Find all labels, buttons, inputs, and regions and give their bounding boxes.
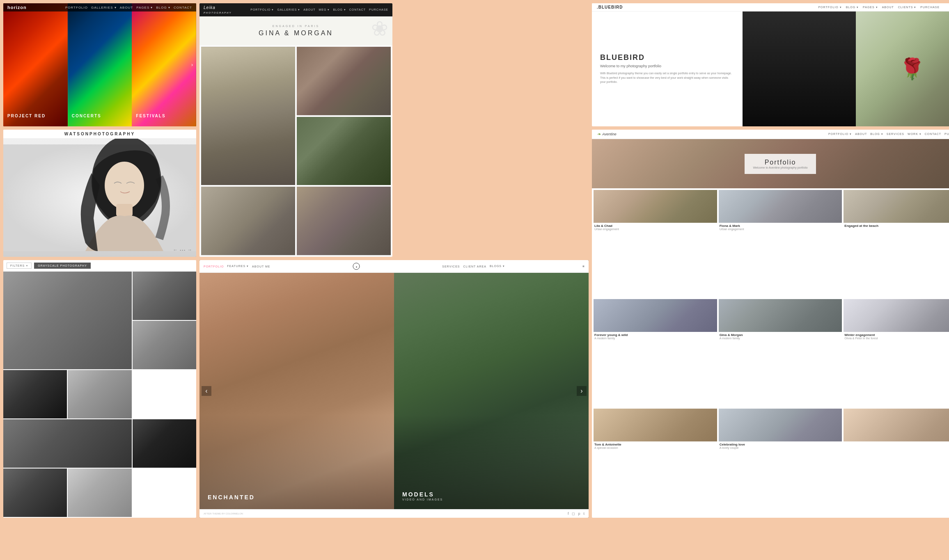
- aventine-nav-contact[interactable]: CONTACT: [925, 133, 941, 136]
- enchanted-nav-services[interactable]: SERVICES: [442, 265, 460, 268]
- av-item-lila[interactable]: Lila & Chad Urban engagement: [594, 190, 717, 297]
- gina-photo-woods[interactable]: [297, 117, 391, 185]
- enchanted-nav-about[interactable]: ABOUT ME: [252, 265, 270, 268]
- woods-image: [297, 117, 391, 185]
- bluebird-hero-text: BLUEBIRD Welcome to my photography portf…: [592, 11, 743, 126]
- horizon-nav-galleries[interactable]: GALLERIES ▾: [91, 6, 117, 9]
- gina-panel: Leika PHOTOGRAPHY PORTFOLIO ▾ GALLERIES …: [199, 3, 392, 257]
- slider-next-button[interactable]: ›: [577, 386, 587, 396]
- engaged-beach-image: [844, 190, 949, 223]
- gina-nav-purchase[interactable]: PURCHASE: [369, 8, 388, 11]
- gina-photo-lying[interactable]: [201, 187, 295, 255]
- gina-nav-galleries[interactable]: GALLERIES ▾: [277, 8, 300, 11]
- gina-photo-standing[interactable]: [297, 187, 391, 255]
- av-item-fiona[interactable]: Fiona & Mark Urban engagement: [719, 190, 842, 297]
- next-arrow-icon[interactable]: ›: [191, 62, 193, 68]
- slider-prev-button[interactable]: ‹: [202, 386, 211, 396]
- winter-name: Winter engagement: [844, 333, 949, 337]
- tom-sub: A special occasion: [594, 446, 716, 449]
- gina-nav-blog[interactable]: BLOG ▾: [333, 8, 346, 11]
- bluebird-nav-pages[interactable]: PAGES ▾: [863, 6, 878, 9]
- gina-logo: Leika PHOTOGRAPHY: [204, 5, 232, 14]
- next-arrow-icon[interactable]: →: [187, 247, 192, 253]
- av-item-last[interactable]: [844, 409, 949, 516]
- mosaic-cell-3[interactable]: [133, 321, 196, 369]
- gina-nav-portfolio[interactable]: PORTFOLIO ▾: [250, 8, 274, 11]
- slide-models[interactable]: MODELS VIDEO AND IMAGES: [394, 273, 589, 509]
- mosaic-cell-8[interactable]: [3, 469, 67, 517]
- bluebird-nav-blog[interactable]: BLOG ▾: [846, 6, 859, 9]
- prev-arrow-icon[interactable]: ←: [173, 247, 178, 253]
- av-photo-lila: [594, 190, 717, 223]
- av-item-celebrating[interactable]: Celebrating love A lovely couple: [719, 409, 842, 516]
- bluebird-nav-links: PORTFOLIO ▾ BLOG ▾ PAGES ▾ ABOUT CLIENTS…: [818, 6, 940, 9]
- aventine-nav-about[interactable]: ABOUT: [855, 133, 867, 136]
- mosaic-cell-6[interactable]: [3, 419, 132, 468]
- bw-photo-7: [133, 419, 196, 468]
- aventine-nav-purchase[interactable]: PURCHASE: [944, 133, 949, 136]
- enchanted-nav-portfolio[interactable]: PORTFOLIO: [204, 265, 224, 268]
- mosaic-cell-9[interactable]: [68, 469, 131, 517]
- woman-portrait-image: [3, 139, 196, 257]
- mosaic-cell-2[interactable]: [133, 272, 196, 320]
- enchanted-social-ig[interactable]: ◻: [572, 512, 575, 516]
- gina-photo-paris[interactable]: [201, 47, 295, 185]
- horizon-nav-pages[interactable]: PAGES ▾: [136, 6, 153, 9]
- mosaic-cell-7[interactable]: [133, 419, 196, 468]
- enchanted-nav-blogs[interactable]: BLOGS ▾: [490, 265, 505, 268]
- aventine-portfolio-card: Portfolio Welcome to Aventine photograph…: [745, 154, 816, 174]
- gina-photo-couple1[interactable]: [297, 47, 391, 115]
- aventine-nav-blog[interactable]: BLOG ▾: [870, 133, 883, 136]
- aventine-nav-services[interactable]: SERVICES: [887, 133, 904, 136]
- aventine-nav-portfolio[interactable]: PORTFOLIO ▾: [828, 133, 852, 136]
- enchanted-nav-icon[interactable]: ≡: [582, 265, 585, 268]
- horizon-nav-portfolio[interactable]: PORTFOLIO: [65, 6, 88, 9]
- aventine-nav-work[interactable]: WORK ▾: [908, 133, 921, 136]
- celebrating-sub: A lovely couple: [720, 446, 841, 449]
- gina-nav-about[interactable]: ABOUT: [303, 8, 315, 11]
- av-item-winter[interactable]: Winter engagement Olivia & Peter in the …: [844, 299, 949, 407]
- enchanted-social-p[interactable]: p: [578, 512, 580, 516]
- festival-bg-image: [132, 3, 196, 126]
- av-item-forever[interactable]: Forever young & wild A modern family: [594, 299, 717, 407]
- horizon-nav-about[interactable]: ABOUT: [120, 6, 133, 9]
- lila-name: Lila & Chad: [594, 224, 716, 228]
- fiona-image: [719, 190, 842, 223]
- gina-logo-sub: PHOTOGRAPHY: [204, 11, 232, 14]
- fiona-sub: Urban engagement: [720, 228, 841, 231]
- enchanted-nav-client[interactable]: CLIENT AREA: [463, 265, 486, 268]
- enchanted-social-t[interactable]: t: [583, 512, 585, 516]
- filters-button[interactable]: FILTERS ≡: [7, 263, 32, 269]
- enchanted-logo-area: ✦: [348, 262, 364, 270]
- mosaic-cell-1[interactable]: [3, 272, 132, 369]
- slide-enchanted[interactable]: ENCHANTED: [199, 273, 394, 509]
- gina-nav-contact[interactable]: CONTACT: [349, 8, 366, 11]
- horizon-photo-concerts[interactable]: CONCERTS: [68, 3, 132, 126]
- enchanted-slider: ‹ ENCHANTED MODELS VIDEO AND IMAGES ›: [199, 273, 589, 509]
- bluebird-nav-clients[interactable]: CLIENTS ▾: [898, 6, 917, 9]
- av-item-engaged-beach[interactable]: Engaged at the beach: [844, 190, 949, 297]
- av-label-forever: Forever young & wild A modern family: [594, 332, 717, 341]
- horizon-photo-red[interactable]: PROJECT RED: [3, 3, 68, 126]
- enchanted-social-f[interactable]: f: [568, 512, 569, 516]
- enchanted-footer: AFTER THEME BY COLORMELON f ◻ p t: [199, 509, 589, 518]
- gina-nav-meg[interactable]: MEG ▾: [319, 8, 330, 11]
- av-item-tom[interactable]: Tom & Antoinette A special occasion: [594, 409, 717, 516]
- bluebird-nav-about[interactable]: ABOUT: [882, 6, 894, 9]
- av-label-tom: Tom & Antoinette A special occasion: [594, 441, 717, 450]
- grayscale-filter-button[interactable]: GRAYSCALE PHOTOGRAPHY: [34, 263, 91, 269]
- mosaic-cell-5[interactable]: [68, 370, 131, 418]
- enchanted-label-area: ENCHANTED: [208, 494, 255, 501]
- pagination-dots: • • •: [180, 248, 185, 252]
- bluebird-nav-purchase[interactable]: PURCHASE: [920, 6, 940, 9]
- av-item-gina-morgan[interactable]: Gina & Morgan A modern family: [719, 299, 842, 407]
- av-label-celebrating: Celebrating love A lovely couple: [719, 441, 842, 450]
- horizon-photo-festivals[interactable]: FESTIVALS ›: [132, 3, 196, 126]
- mosaic-cell-4[interactable]: [3, 370, 67, 418]
- gina-morgan-sub: A modern family: [720, 337, 841, 340]
- horizon-nav-blog[interactable]: BLOG ▾: [156, 6, 170, 9]
- enchanted-nav-features[interactable]: FEATURES ▾: [227, 265, 249, 268]
- watson-portrait-nav: ← • • • →: [173, 247, 192, 253]
- horizon-nav-contact[interactable]: CONTACT: [174, 6, 192, 9]
- bluebird-nav-portfolio[interactable]: PORTFOLIO ▾: [818, 6, 841, 9]
